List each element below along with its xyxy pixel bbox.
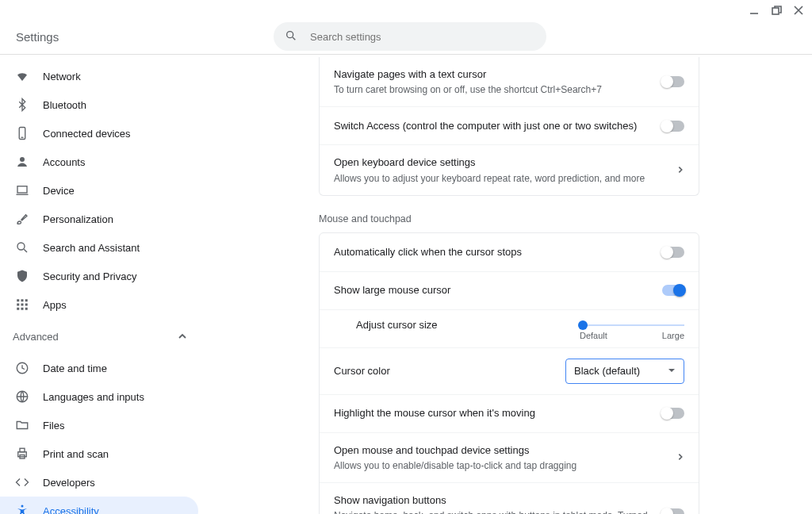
nav-buttons-sub-text: Navigate home, back, and switch apps wit… <box>334 510 648 514</box>
svg-rect-12 <box>17 308 19 310</box>
sidebar-item-label: Files <box>43 420 64 432</box>
minimize-button[interactable] <box>747 3 761 17</box>
search-icon <box>285 29 308 44</box>
svg-rect-11 <box>25 304 28 306</box>
chevron-down-icon <box>668 365 676 377</box>
svg-rect-9 <box>17 304 19 306</box>
sidebar-item-label: Connected devices <box>43 128 131 140</box>
row-cursor-size: Adjust cursor size Default Large <box>320 309 699 347</box>
switch-access-toggle[interactable] <box>662 121 684 132</box>
svg-rect-13 <box>21 308 24 310</box>
svg-point-3 <box>20 157 25 162</box>
sidebar-item-label: Accounts <box>43 156 85 168</box>
sidebar-item-label: Personalization <box>43 213 113 225</box>
caret-browsing-title: Navigate pages with a text cursor <box>334 67 653 82</box>
svg-rect-8 <box>25 299 28 301</box>
svg-point-5 <box>17 243 25 250</box>
mouse-touchpad-card: Automatically click when the cursor stop… <box>319 232 699 514</box>
cursor-size-slider[interactable] <box>580 324 684 326</box>
search-input[interactable] <box>308 30 535 44</box>
mouse-settings-title: Open mouse and touchpad device settings <box>334 443 667 458</box>
svg-rect-10 <box>21 304 24 306</box>
highlight-cursor-title: Highlight the mouse cursor when it's mov… <box>334 406 653 420</box>
caret-browsing-toggle[interactable] <box>662 76 684 87</box>
svg-point-1 <box>287 31 293 37</box>
nav-buttons-sub: Navigate home, back, and switch apps wit… <box>334 509 653 514</box>
wifi-icon <box>14 68 30 84</box>
chevron-right-icon <box>676 164 684 176</box>
maximize-button[interactable] <box>769 3 783 17</box>
row-nav-buttons: Show navigation buttons Navigate home, b… <box>320 482 699 514</box>
sidebar-item-apps[interactable]: Apps <box>0 290 198 319</box>
sidebar: Network Bluetooth Connected devices Acco… <box>0 56 206 514</box>
sidebar-item-date-time[interactable]: Date and time <box>0 354 198 382</box>
cursor-color-value: Black (default) <box>574 365 640 377</box>
chevron-right-icon <box>676 451 684 463</box>
row-open-keyboard-settings[interactable]: Open keyboard device settings Allows you… <box>320 144 699 194</box>
sidebar-item-connected-devices[interactable]: Connected devices <box>0 119 198 148</box>
svg-rect-0 <box>772 8 779 14</box>
slider-min-label: Default <box>580 331 607 340</box>
clock-icon <box>14 360 30 376</box>
bluetooth-icon <box>14 97 30 113</box>
row-highlight-cursor: Highlight the mouse cursor when it's mov… <box>320 394 699 432</box>
keyboard-settings-sub: Allows you to adjust your keyboard repea… <box>334 172 667 185</box>
sidebar-item-print-scan[interactable]: Print and scan <box>0 439 198 468</box>
sidebar-item-label: Device <box>43 185 75 197</box>
autoclick-toggle[interactable] <box>662 247 684 258</box>
keyboard-settings-title: Open keyboard device settings <box>334 155 667 170</box>
sidebar-item-network[interactable]: Network <box>0 62 198 90</box>
sidebar-item-label: Search and Assistant <box>43 242 140 254</box>
slider-thumb[interactable] <box>578 320 588 330</box>
sidebar-item-label: Network <box>43 71 81 82</box>
slider-max-label: Large <box>662 331 684 340</box>
close-window-button[interactable] <box>791 3 806 17</box>
sidebar-item-device[interactable]: Device <box>0 176 198 205</box>
svg-rect-6 <box>17 299 19 301</box>
sidebar-item-bluetooth[interactable]: Bluetooth <box>0 90 198 119</box>
content-scroll[interactable]: Navigate pages with a text cursor To tur… <box>206 54 812 514</box>
chevron-up-icon <box>178 332 187 341</box>
sidebar-item-search-assistant[interactable]: Search and Assistant <box>0 233 198 262</box>
highlight-cursor-toggle[interactable] <box>662 408 684 419</box>
laptop-icon <box>14 182 30 198</box>
advanced-label: Advanced <box>13 331 59 343</box>
sidebar-item-label: Bluetooth <box>43 99 86 111</box>
sidebar-item-accounts[interactable]: Accounts <box>0 148 198 176</box>
sidebar-item-files[interactable]: Files <box>0 411 198 439</box>
sidebar-item-security-privacy[interactable]: Security and Privacy <box>0 262 198 290</box>
large-cursor-toggle[interactable] <box>662 285 684 296</box>
sidebar-item-personalization[interactable]: Personalization <box>0 205 198 233</box>
code-icon <box>14 474 30 490</box>
cursor-color-dropdown[interactable]: Black (default) <box>565 359 684 384</box>
sidebar-advanced-toggle[interactable]: Advanced <box>0 322 206 351</box>
keyboard-text-input-card: Navigate pages with a text cursor To tur… <box>319 57 699 196</box>
svg-rect-18 <box>20 448 25 452</box>
sidebar-item-label: Print and scan <box>43 448 109 460</box>
app-title: Settings <box>16 30 59 44</box>
sidebar-item-developers[interactable]: Developers <box>0 468 198 497</box>
large-cursor-title: Show large mouse cursor <box>334 283 653 297</box>
cursor-color-label: Cursor color <box>334 364 556 378</box>
globe-icon <box>14 389 30 405</box>
svg-rect-7 <box>21 299 24 301</box>
brush-icon <box>14 211 30 227</box>
mouse-settings-sub: Allows you to enable/disable tap-to-clic… <box>334 459 667 472</box>
row-autoclick: Automatically click when the cursor stop… <box>320 233 699 271</box>
sidebar-item-label: Apps <box>43 299 67 311</box>
magnify-icon <box>14 240 30 255</box>
folder-icon <box>14 417 30 433</box>
switch-access-title: Switch Access (control the computer with… <box>334 119 653 133</box>
search-field[interactable] <box>274 22 546 51</box>
shield-icon <box>14 268 30 284</box>
accessibility-icon <box>14 503 30 514</box>
sidebar-item-languages[interactable]: Languages and inputs <box>0 382 198 411</box>
nav-buttons-toggle[interactable] <box>662 508 684 514</box>
sidebar-item-label: Date and time <box>43 362 107 374</box>
row-open-mouse-settings[interactable]: Open mouse and touchpad device settings … <box>320 432 699 482</box>
section-heading-mouse: Mouse and touchpad <box>319 213 699 224</box>
autoclick-title: Automatically click when the cursor stop… <box>334 245 653 259</box>
sidebar-item-label: Accessibility <box>43 505 99 515</box>
sidebar-item-accessibility[interactable]: Accessibility <box>0 497 198 514</box>
svg-point-20 <box>21 505 24 508</box>
